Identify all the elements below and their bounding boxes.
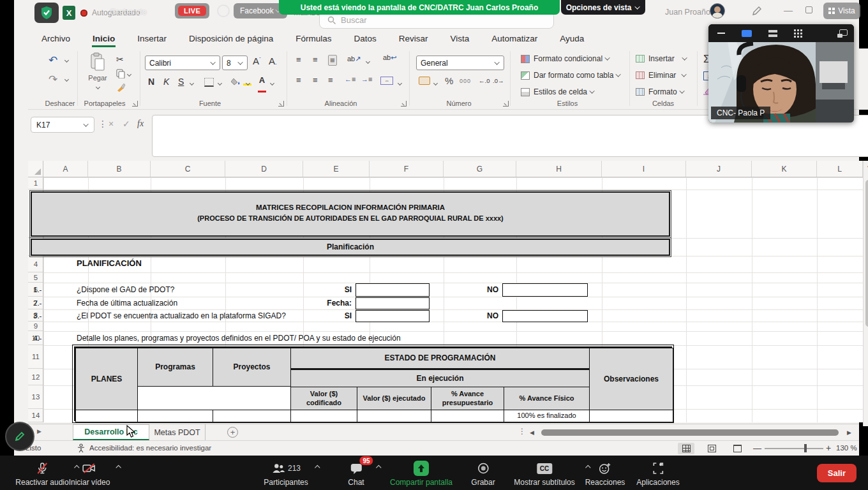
cell-styles-button[interactable]: Estilos de celda <box>521 87 595 96</box>
gallery-view-icon[interactable] <box>794 29 802 38</box>
table-row-cell[interactable] <box>290 410 357 422</box>
number-format-select[interactable]: General <box>416 56 504 70</box>
sheet-tab-desarrollo-local[interactable]: Desarrollo loc <box>73 424 149 440</box>
ribbon-tab-ayuda[interactable]: Ayuda <box>559 31 585 47</box>
font-size-select[interactable]: 8 <box>222 56 248 70</box>
q2-fecha-answer-box[interactable] <box>355 297 430 309</box>
tab-overflow-dots[interactable]: ⋮ <box>518 427 526 436</box>
grow-font-button[interactable]: Aˆ <box>253 56 261 66</box>
restore-window-icon[interactable] <box>805 6 812 13</box>
format-cells-button[interactable]: Formato <box>636 87 685 96</box>
ribbon-tab-automatizar[interactable]: Automatizar <box>491 31 538 47</box>
align-right-button[interactable]: ≡ <box>328 75 333 85</box>
planificacion-band-cell[interactable]: Planificación <box>31 239 670 256</box>
view-options-button[interactable]: Opciones de vista <box>561 0 645 15</box>
video-options-caret[interactable] <box>116 465 121 470</box>
column-header-B[interactable]: B <box>88 161 151 177</box>
ribbon-tab-vista[interactable]: Vista <box>449 31 470 47</box>
stacked-view-icon[interactable] <box>768 30 777 37</box>
merge-center-button[interactable]: ⇔ <box>380 77 393 85</box>
zoom-slider[interactable] <box>765 448 823 449</box>
column-headers[interactable]: ABCDEFGHIJKL <box>43 161 863 177</box>
scroll-right-icon[interactable]: ▶ <box>847 429 851 436</box>
decrease-indent-button[interactable]: ←≡ <box>345 75 355 83</box>
q1-si-answer-box[interactable] <box>355 283 430 297</box>
table-row-cell[interactable] <box>137 410 213 422</box>
wrap-text-button[interactable]: ab↩ <box>383 54 396 62</box>
apps-button[interactable]: Aplicaciones <box>636 461 679 487</box>
column-header-C[interactable]: C <box>151 161 225 177</box>
align-bottom-button[interactable]: ≡ <box>328 55 337 66</box>
italic-button[interactable]: K <box>163 77 169 87</box>
zoom-level[interactable]: 130 % <box>836 444 857 452</box>
start-video-button[interactable]: Iniciar vídeo <box>69 461 110 487</box>
ribbon-tab-archivo[interactable]: Archivo <box>41 31 71 47</box>
align-left-button[interactable]: ≡ <box>296 75 301 85</box>
paste-button[interactable]: Pegar <box>84 52 111 82</box>
shrink-font-button[interactable]: Aˇ <box>269 56 277 68</box>
column-header-E[interactable]: E <box>303 161 370 177</box>
row-header-4[interactable]: 4 <box>28 256 43 272</box>
q3-si-answer-box[interactable] <box>355 310 430 322</box>
column-header-K[interactable]: K <box>752 161 817 177</box>
row-header-9[interactable]: 9 <box>28 322 43 331</box>
normal-view-button[interactable] <box>678 443 694 454</box>
row-header-11[interactable]: 11 <box>28 345 43 369</box>
thousands-button[interactable]: 000 <box>460 78 471 84</box>
insert-function-button[interactable]: fx <box>137 119 144 129</box>
page-layout-view-button[interactable] <box>703 443 720 454</box>
q3-no-answer-box[interactable] <box>502 310 588 322</box>
row-header-1[interactable]: 1 <box>28 177 43 189</box>
minimize-video-icon[interactable] <box>717 33 725 34</box>
table-row-cell[interactable] <box>589 410 673 422</box>
ribbon-tab-datos[interactable]: Datos <box>353 31 377 47</box>
share-screen-button[interactable]: Compartir pantalla <box>390 461 453 487</box>
undo-button[interactable]: ↶ <box>49 54 57 67</box>
orientation-button[interactable]: ab↗ <box>347 55 361 63</box>
ribbon-tab-revisar[interactable]: Revisar <box>398 31 429 47</box>
record-button[interactable]: Grabar <box>471 461 495 487</box>
enter-entry-button[interactable]: ✓ <box>123 119 130 129</box>
q1-no-answer-box[interactable] <box>502 283 588 297</box>
vscroll-thumb[interactable] <box>865 180 868 327</box>
copy-icon[interactable] <box>116 69 125 78</box>
column-header-F[interactable]: F <box>370 161 444 177</box>
ribbon-tab-insertar[interactable]: Insertar <box>137 31 167 47</box>
reactions-button[interactable]: Reacciones <box>585 461 625 487</box>
zoom-slider-thumb[interactable] <box>804 444 807 452</box>
redo-button[interactable]: ↷ <box>49 73 57 86</box>
row-header-5[interactable]: 5 <box>28 272 43 283</box>
vertical-scrollbar[interactable]: ▲ <box>863 161 868 426</box>
increase-indent-button[interactable]: →≡ <box>361 75 372 83</box>
sheet-tab-metas-pdot[interactable]: Metas PDOT <box>149 424 206 440</box>
row-header-13[interactable]: 13 <box>28 385 43 409</box>
presenter-avatar[interactable] <box>710 3 725 19</box>
insert-cells-button[interactable]: Insertar <box>636 54 687 63</box>
row-header-12[interactable]: 12 <box>28 369 43 385</box>
percent-button[interactable]: % <box>445 75 453 86</box>
column-header-I[interactable]: I <box>602 161 686 177</box>
row-header-14[interactable]: 14 <box>28 409 43 422</box>
scroll-left-icon[interactable]: ◀ <box>530 429 534 436</box>
page-break-view-button[interactable] <box>729 443 745 454</box>
horizontal-scrollbar[interactable]: ◀ ▶ <box>528 428 851 437</box>
matrix-title-cell[interactable]: MATRICES RECOPILACION INFORMACIÓN PRIMAR… <box>31 191 670 237</box>
zoom-in-button[interactable]: + <box>826 443 831 453</box>
participant-video-tile[interactable]: CNC- Paola P <box>708 24 854 122</box>
table-row-cell[interactable] <box>431 410 504 422</box>
increase-decimal-button[interactable]: ←.0 <box>479 77 490 84</box>
hscroll-thumb[interactable] <box>541 429 839 436</box>
add-sheet-button[interactable]: + <box>227 427 238 438</box>
decrease-decimal-button[interactable]: .0→ <box>493 77 504 84</box>
vista-view-button[interactable]: Vista <box>823 3 860 19</box>
participants-button[interactable]: 213 Participantes <box>264 461 308 487</box>
conditional-format-button[interactable]: Formato condicional <box>521 54 610 63</box>
unmute-button[interactable]: Reactivar audio <box>15 461 68 487</box>
sheet-nav-arrow-icon[interactable]: ▶ <box>37 428 41 434</box>
bold-button[interactable]: N <box>148 77 154 87</box>
captions-button[interactable]: CC Mostrar subtítulos <box>514 461 574 487</box>
chat-button[interactable]: 95 Chat <box>348 461 364 487</box>
ribbon-tab-f-rmulas[interactable]: Fórmulas <box>295 31 332 47</box>
format-as-table-button[interactable]: Dar formato como tabla <box>521 71 621 80</box>
annotate-icon[interactable] <box>752 6 762 16</box>
